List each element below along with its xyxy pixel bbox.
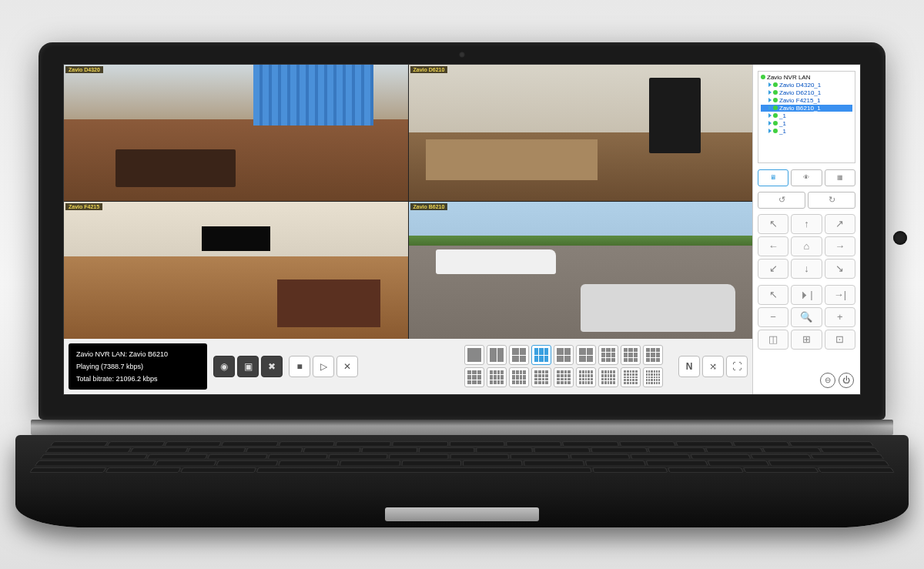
stop-all-button[interactable]: ▣ bbox=[237, 356, 259, 377]
zoom-button[interactable]: 🔍 bbox=[791, 307, 822, 327]
layout-option-4[interactable] bbox=[531, 345, 551, 365]
settings-button[interactable]: ✖ bbox=[261, 356, 283, 377]
status-playing: Playing (7388.7 kbps) bbox=[76, 363, 199, 370]
side-tabs: 🖥 👁 ▦ bbox=[758, 169, 855, 186]
ptz-left[interactable]: ← bbox=[758, 236, 788, 256]
tree-item-label: Zavio B6210_1 bbox=[779, 105, 821, 112]
side-bottom: ⊖ ⏻ bbox=[759, 373, 854, 388]
ptz-down[interactable]: ↓ bbox=[791, 259, 822, 279]
camera-label: Zavio D6210 bbox=[410, 66, 448, 73]
tree-item-label: Zavio F4215_1 bbox=[779, 97, 820, 104]
keyboard bbox=[29, 441, 896, 473]
power-button[interactable]: ⏻ bbox=[839, 373, 854, 388]
tree-item[interactable]: Zavio B6210_1 bbox=[761, 105, 852, 112]
tool-skip[interactable]: ⏵| bbox=[791, 285, 822, 305]
layout-selector bbox=[464, 345, 672, 387]
view-controls: N ⤨ ⛶ bbox=[678, 356, 748, 377]
tree-item[interactable]: Zavio F4215_1 bbox=[761, 97, 852, 104]
tree-item[interactable]: _1 bbox=[761, 120, 852, 127]
layout-option-6[interactable] bbox=[576, 345, 596, 365]
transport-controls: ◉ ▣ ✖ bbox=[213, 356, 283, 377]
tree-item[interactable]: Zavio D6210_1 bbox=[761, 89, 852, 96]
arrow-icon bbox=[768, 129, 772, 133]
status-dot-icon bbox=[773, 98, 778, 102]
device-tree[interactable]: Zavio NVR LAN Zavio D4320_1Zavio D6210_1… bbox=[758, 71, 855, 163]
camera-feed-1[interactable]: Zavio D4320 bbox=[64, 65, 408, 202]
tree-item[interactable]: _1 bbox=[761, 128, 852, 135]
shuffle-button[interactable]: ⤨ bbox=[702, 356, 724, 377]
side-panel: Zavio NVR LAN Zavio D4320_1Zavio D6210_1… bbox=[752, 65, 860, 394]
ptz-home[interactable]: ⌂ bbox=[791, 236, 822, 256]
tab-multi[interactable]: ▦ bbox=[825, 169, 855, 186]
layout-option-18[interactable] bbox=[643, 367, 663, 387]
tree-item-label: _1 bbox=[779, 112, 786, 119]
layout-option-17[interactable] bbox=[621, 367, 641, 387]
tree-item[interactable]: _1 bbox=[761, 112, 852, 119]
layout-option-10[interactable] bbox=[464, 367, 484, 387]
preset-1-button[interactable]: ◫ bbox=[758, 330, 788, 350]
ptz-down-right[interactable]: ↘ bbox=[825, 259, 855, 279]
tool-pad: ↖ ⏵| →| − 🔍 + ◫ ⊞ ⊡ bbox=[758, 285, 855, 350]
layout-option-11[interactable] bbox=[487, 367, 507, 387]
status-dot-icon bbox=[773, 82, 778, 87]
layout-option-16[interactable] bbox=[598, 367, 618, 387]
layout-option-9[interactable] bbox=[643, 345, 663, 365]
preset-2-button[interactable]: ⊞ bbox=[791, 330, 822, 350]
arrow-icon bbox=[768, 90, 772, 95]
camera-label: Zavio F4215 bbox=[65, 203, 102, 210]
preset-3-button[interactable]: ⊡ bbox=[825, 330, 855, 350]
tab-eye[interactable]: 👁 bbox=[791, 169, 822, 186]
ptz-up-right[interactable]: ↗ bbox=[825, 214, 855, 234]
tree-item-label: _1 bbox=[779, 128, 786, 135]
status-dot-icon bbox=[773, 90, 778, 95]
layout-option-13[interactable] bbox=[531, 367, 551, 387]
tree-item-label: _1 bbox=[779, 120, 786, 127]
close-button[interactable]: ✕ bbox=[336, 356, 358, 377]
minimize-button[interactable]: ⊖ bbox=[820, 373, 835, 388]
refresh-button[interactable]: ↻ bbox=[808, 192, 855, 209]
tree-root[interactable]: Zavio NVR LAN bbox=[761, 74, 852, 81]
eject-button bbox=[893, 231, 907, 245]
camera-feed-3[interactable]: Zavio F4215 bbox=[64, 202, 408, 339]
camera-feed-4[interactable]: Zavio B6210 bbox=[409, 202, 753, 339]
laptop-hinge bbox=[31, 420, 893, 435]
ptz-pad: ↖ ↑ ↗ ← ⌂ → ↙ ↓ ↘ bbox=[758, 214, 855, 279]
layout-option-12[interactable] bbox=[509, 367, 529, 387]
layout-option-3[interactable] bbox=[509, 345, 529, 365]
status-dot-icon bbox=[773, 129, 778, 133]
touchpad bbox=[385, 507, 539, 521]
layout-option-2[interactable] bbox=[487, 345, 507, 365]
tree-item-label: Zavio D4320_1 bbox=[779, 82, 821, 89]
arrow-icon bbox=[768, 105, 772, 110]
tool-end[interactable]: →| bbox=[825, 285, 855, 305]
zoom-out-button[interactable]: − bbox=[758, 307, 788, 327]
hand-button[interactable]: ↺ bbox=[758, 192, 805, 209]
step-button[interactable]: ▷ bbox=[313, 356, 334, 377]
camera-label: Zavio D4320 bbox=[65, 66, 103, 73]
ptz-up-left[interactable]: ↖ bbox=[758, 214, 788, 234]
record-button[interactable]: ◉ bbox=[213, 356, 235, 377]
tab-monitor[interactable]: 🖥 bbox=[758, 169, 788, 186]
zoom-in-button[interactable]: + bbox=[825, 307, 855, 327]
layout-option-14[interactable] bbox=[554, 367, 574, 387]
camera-label: Zavio B6210 bbox=[410, 203, 448, 210]
ptz-up[interactable]: ↑ bbox=[791, 214, 822, 234]
tree-item[interactable]: Zavio D4320_1 bbox=[761, 82, 852, 89]
layout-option-15[interactable] bbox=[576, 367, 596, 387]
layout-option-5[interactable] bbox=[554, 345, 574, 365]
layout-option-1[interactable] bbox=[464, 345, 484, 365]
stop-button[interactable]: ■ bbox=[289, 356, 310, 377]
refresh-row: ↺ ↻ bbox=[758, 192, 855, 209]
ptz-right[interactable]: → bbox=[825, 236, 855, 256]
bottom-toolbar: Zavio NVR LAN: Zavio B6210 Playing (7388… bbox=[64, 339, 752, 394]
layout-option-8[interactable] bbox=[621, 345, 641, 365]
camera-feed-2[interactable]: Zavio D6210 bbox=[409, 65, 753, 202]
n-view-button[interactable]: N bbox=[678, 356, 700, 377]
video-grid: Zavio D4320 Zavio D6210 Zavio F4215 Zavi… bbox=[64, 65, 752, 339]
status-bitrate: Total bitrate: 21096.2 kbps bbox=[76, 375, 199, 383]
layout-option-7[interactable] bbox=[598, 345, 618, 365]
tool-diag[interactable]: ↖ bbox=[758, 285, 788, 305]
laptop-base bbox=[15, 435, 909, 527]
ptz-down-left[interactable]: ↙ bbox=[758, 259, 788, 279]
fullscreen-button[interactable]: ⛶ bbox=[726, 356, 748, 377]
